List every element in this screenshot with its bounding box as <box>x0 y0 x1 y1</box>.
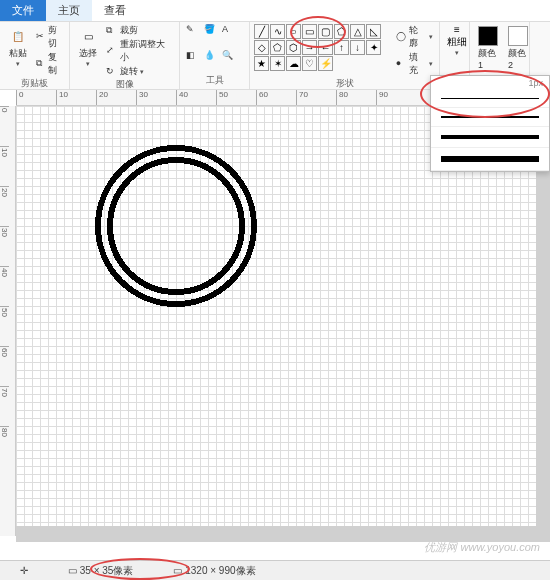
fill-tool[interactable]: 🪣 <box>202 24 218 36</box>
crop-button[interactable]: ⧉裁剪 <box>104 24 175 37</box>
svg-point-0 <box>98 148 254 304</box>
group-label-tools: 工具 <box>184 74 245 87</box>
tab-file[interactable]: 文件 <box>0 0 46 21</box>
eraser-tool[interactable]: ◧ <box>184 50 200 62</box>
group-image: ▭ 选择 ▾ ⧉裁剪 ⤢重新调整大小 ↻旋转▾ 图像 <box>70 22 180 89</box>
shape-star5[interactable]: ★ <box>254 56 269 71</box>
outline-button[interactable]: ◯轮廓▾ <box>394 24 435 50</box>
shape-arrow-u[interactable]: ↑ <box>334 40 349 55</box>
thickness-opt-2[interactable] <box>431 108 549 127</box>
shape-oval[interactable]: ○ <box>286 24 301 39</box>
color1-button[interactable]: 颜色 1 <box>474 24 502 72</box>
shape-roundrect[interactable]: ▢ <box>318 24 333 39</box>
magnifier-icon: 🔍 <box>222 50 234 62</box>
drawn-circles <box>86 136 266 316</box>
shape-heart[interactable]: ♡ <box>302 56 317 71</box>
cut-button[interactable]: ✂剪切 <box>34 24 65 50</box>
chevron-down-icon: ▾ <box>140 68 144 76</box>
shape-star6[interactable]: ✶ <box>270 56 285 71</box>
select-button[interactable]: ▭ 选择 ▾ <box>74 24 102 70</box>
bucket-icon: 🪣 <box>204 24 216 36</box>
chevron-down-icon: ▾ <box>86 60 90 68</box>
group-label-clipboard: 剪贴板 <box>4 77 65 90</box>
thickness-button[interactable]: ≡ 粗细 ▾ <box>444 24 470 57</box>
dropper-icon: 💧 <box>204 50 216 62</box>
shape-pentagon[interactable]: ⬠ <box>270 40 285 55</box>
thickness-dropdown: 1px <box>430 75 550 172</box>
shape-line[interactable]: ╱ <box>254 24 269 39</box>
eraser-icon: ◧ <box>186 50 198 62</box>
shape-diamond[interactable]: ◇ <box>254 40 269 55</box>
status-selection: ▭ 35 × 35像素 <box>68 564 133 578</box>
thickness-opt-3[interactable] <box>431 127 549 148</box>
shape-bolt[interactable]: ⚡ <box>318 56 333 71</box>
copy-button[interactable]: ⧉复制 <box>34 51 65 77</box>
status-cursor: ✛ <box>20 565 28 576</box>
shapes-gallery[interactable]: ╱ ∿ ○ ▭ ▢ ⬠ △ ◺ ◇ ⬠ ⬡ → ← ↑ ↓ ✦ ★ ✶ ☁ ♡ <box>254 24 392 71</box>
thickness-1px-label: 1px <box>431 76 549 90</box>
rotate-button[interactable]: ↻旋转▾ <box>104 65 175 78</box>
svg-point-1 <box>110 160 242 292</box>
ruler-vertical: 01020304050607080 <box>0 106 16 536</box>
tab-view[interactable]: 查看 <box>92 0 138 21</box>
chevron-down-icon: ▾ <box>455 49 459 57</box>
shape-arrow-r[interactable]: → <box>302 40 317 55</box>
watermark: 优游网 www.yoyou.com <box>424 540 540 555</box>
color2-swatch <box>508 26 528 46</box>
clipboard-icon: 📋 <box>8 26 28 46</box>
group-clipboard: 📋 粘贴 ▾ ✂剪切 ⧉复制 剪贴板 <box>0 22 70 89</box>
chevron-down-icon: ▾ <box>429 60 433 68</box>
fill-button[interactable]: ●填充▾ <box>394 51 435 77</box>
rotate-icon: ↻ <box>106 66 118 78</box>
shape-curve[interactable]: ∿ <box>270 24 285 39</box>
resize-button[interactable]: ⤢重新调整大小 <box>104 38 175 64</box>
select-icon: ▭ <box>78 26 98 46</box>
tab-bar: 文件 主页 查看 <box>0 0 550 22</box>
shape-rtriangle[interactable]: ◺ <box>366 24 381 39</box>
group-label-shapes: 形状 <box>254 77 435 90</box>
color2-button[interactable]: 颜色 2 <box>504 24 532 72</box>
zoom-tool[interactable]: 🔍 <box>220 50 236 62</box>
status-bar: ✛ ▭ 35 × 35像素 ▭ 1320 × 990像素 <box>0 560 550 580</box>
thickness-opt-1[interactable] <box>431 90 549 108</box>
shape-star4[interactable]: ✦ <box>366 40 381 55</box>
shape-hexagon[interactable]: ⬡ <box>286 40 301 55</box>
pencil-icon: ✎ <box>186 24 198 36</box>
tab-home[interactable]: 主页 <box>46 0 92 21</box>
shape-polygon[interactable]: ⬠ <box>334 24 349 39</box>
text-tool[interactable]: A <box>220 24 236 36</box>
group-shapes: ╱ ∿ ○ ▭ ▢ ⬠ △ ◺ ◇ ⬠ ⬡ → ← ↑ ↓ ✦ ★ ✶ ☁ ♡ <box>250 22 440 89</box>
chevron-down-icon: ▾ <box>429 33 433 41</box>
copy-icon: ⧉ <box>36 58 46 70</box>
shape-arrow-d[interactable]: ↓ <box>350 40 365 55</box>
group-tools: ✎ 🪣 A ◧ 💧 🔍 工具 <box>180 22 250 89</box>
status-canvas-size: ▭ 1320 × 990像素 <box>173 564 255 578</box>
fill-icon: ● <box>396 58 408 70</box>
color1-swatch <box>478 26 498 46</box>
thickness-icon: ≡ <box>454 24 460 35</box>
crop-icon: ⧉ <box>106 25 118 37</box>
outline-icon: ◯ <box>396 31 408 43</box>
shape-rect[interactable]: ▭ <box>302 24 317 39</box>
pencil-tool[interactable]: ✎ <box>184 24 200 36</box>
shape-triangle[interactable]: △ <box>350 24 365 39</box>
paste-button[interactable]: 📋 粘贴 ▾ <box>4 24 32 70</box>
shape-arrow-l[interactable]: ← <box>318 40 333 55</box>
resize-icon: ⤢ <box>106 45 118 57</box>
chevron-down-icon: ▾ <box>16 60 20 68</box>
shape-callout[interactable]: ☁ <box>286 56 301 71</box>
thickness-opt-4[interactable] <box>431 148 549 171</box>
scissors-icon: ✂ <box>36 31 46 43</box>
text-icon: A <box>222 24 234 36</box>
picker-tool[interactable]: 💧 <box>202 50 218 62</box>
